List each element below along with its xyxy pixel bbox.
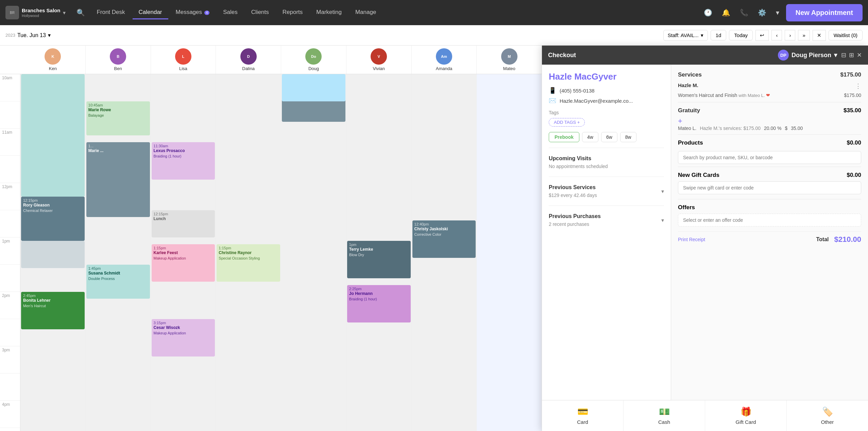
close-checkout-button[interactable]: ✕ — [857, 51, 862, 59]
total-amount: $210.00 — [834, 235, 861, 244]
nav-clients[interactable]: Clients — [245, 6, 275, 19]
gratuity-title: Gratuity — [678, 107, 700, 114]
service-options-button[interactable]: ⋮ — [855, 82, 861, 90]
time-2pm: 2pm — [0, 292, 20, 319]
appointment-bonita[interactable]: 2:45pm Bonita Lehner Men's Haircut — [21, 292, 85, 329]
appointment-jo[interactable]: 2:25pm Jo Hermann Braiding (1 hour) — [347, 285, 411, 322]
offers-input[interactable] — [678, 214, 861, 227]
staff-selector[interactable]: Staff: AVAIL... ▾ — [663, 30, 708, 41]
nav-calendar[interactable]: Calendar — [133, 6, 168, 19]
appointment-terry[interactable]: 1pm Terry Lemke Blow Dry — [347, 241, 411, 278]
new-appointment-button[interactable]: New Appointment — [786, 4, 863, 21]
date-selector[interactable]: 2023 Tue. Jun 13 ▾ — [5, 32, 51, 38]
time-1pm: 1pm — [0, 237, 20, 265]
nav-sales[interactable]: Sales — [217, 6, 244, 19]
grid-col-ken[interactable]: 12:15pm Rory Gleason Chemical Relaxer 2:… — [20, 74, 86, 431]
gratuity-detail-row: Mateo L. Hazle M.'s services: $175.00 20… — [678, 126, 861, 131]
previous-services-row[interactable]: Previous Services $129 every 42.46 days … — [549, 182, 664, 201]
previous-purchases-arrow: ▾ — [661, 217, 664, 223]
nav-messages[interactable]: Messages 4 — [170, 6, 216, 19]
phone-icon: 📱 — [549, 87, 556, 94]
pay-card-button[interactable]: 💳 Card — [542, 400, 624, 431]
appointment-marie-rowe[interactable]: 10:45am Marie Rowe Balayage — [86, 101, 150, 135]
staff-chevron-icon: ▾ — [701, 32, 703, 38]
pay-other-button[interactable]: 🏷️ Other — [787, 400, 868, 431]
appointment-christy[interactable]: 12:40pm Christy Jaskolski Corrective Col… — [412, 220, 476, 258]
skip-button[interactable]: » — [798, 30, 810, 40]
appointment-susana[interactable]: 1:45pm Susana Schmidt Double Process — [86, 265, 150, 299]
waitlist-button[interactable]: Waitlist (0) — [829, 30, 863, 40]
appointment-christine[interactable]: 1:15pm Christine Raynor Special Occasion… — [217, 244, 280, 282]
checkout-stylist-name: Doug Pierson — [792, 52, 831, 59]
service-price: $175.00 — [844, 93, 861, 98]
prebook-button[interactable]: Prebook — [549, 132, 579, 142]
prebook-8w-button[interactable]: 8w — [620, 132, 636, 142]
gratuity-dollar: $ — [785, 126, 787, 131]
service-person-name: Hazle M. — [678, 82, 698, 90]
client-email-row: ✉️ Hazle.MacGyver@example.co... — [549, 97, 664, 104]
staff-label: Staff: AVAIL... — [668, 32, 699, 38]
other-icon: 🏷️ — [822, 407, 833, 417]
gift-card-input[interactable] — [678, 181, 861, 194]
appointment-rory[interactable]: 12:15pm Rory Gleason Chemical Relaxer — [21, 197, 85, 241]
staff-col-vivian: V Vivian — [346, 46, 412, 74]
minimize-button[interactable]: ⊟ — [841, 51, 846, 59]
grid-col-vivian[interactable]: 1pm Terry Lemke Blow Dry 2:25pm Jo Herma… — [346, 74, 412, 431]
notifications-button[interactable]: 🔔 — [719, 6, 733, 19]
next-button[interactable]: › — [785, 30, 795, 40]
divider-2 — [549, 177, 664, 177]
appointment-doug-block[interactable] — [282, 74, 345, 101]
brand-chevron-icon[interactable]: ▾ — [63, 10, 66, 16]
nav-reports[interactable]: Reports — [276, 6, 309, 19]
previous-services-sub: $129 every 42.46 days — [549, 193, 597, 198]
grid-col-lisa[interactable]: 11:30am Lexus Prosacco Braiding (1 hour)… — [151, 74, 216, 431]
add-tags-button[interactable]: ADD TAGS + — [549, 118, 585, 127]
appointment-lunch[interactable]: 12:15pm Lunch — [152, 210, 215, 237]
grid-col-mateo[interactable] — [477, 74, 542, 431]
prebook-4w-button[interactable]: 4w — [582, 132, 598, 142]
appointment-ken-empty[interactable] — [21, 241, 85, 268]
gift-icon: 🎁 — [741, 407, 751, 417]
history-button[interactable]: 🕐 — [701, 6, 715, 19]
close-nav-button[interactable]: ✕ — [813, 30, 826, 41]
appointment-marie2[interactable]: 1... Marie ... — [86, 142, 150, 217]
previous-purchases-row[interactable]: Previous Purchases 2 recent purchases ▾ — [549, 211, 664, 230]
undo-button[interactable]: ↩ — [755, 30, 769, 41]
time-330 — [0, 374, 20, 401]
grid-col-doug[interactable]: 9:40am Jeff Homenick Tint Retouch + High… — [281, 74, 346, 431]
grid-col-ben[interactable]: 10:45am Marie Rowe Balayage 1... Marie .… — [86, 74, 151, 431]
print-receipt-link[interactable]: Print Receipt — [678, 237, 705, 242]
appointment-cesar[interactable]: 3:15pm Cesar Wisozk Makeup Application — [152, 319, 215, 357]
time-column: 10am 11am 12pm 1pm 2pm 3pm 4pm — [0, 74, 20, 431]
date-label: Tue. Jun 13 — [17, 32, 46, 38]
nav-front-desk[interactable]: Front Desk — [90, 6, 131, 19]
prev-button[interactable]: ‹ — [771, 30, 782, 40]
view-selector[interactable]: 1d — [711, 30, 727, 40]
grid-col-dalina[interactable]: 1:15pm Christine Raynor Special Occasion… — [216, 74, 281, 431]
expand-button[interactable]: ▾ — [773, 6, 782, 19]
settings-button[interactable]: ⚙️ — [755, 6, 769, 19]
grid-col-amanda[interactable]: 12:40pm Christy Jaskolski Corrective Col… — [412, 74, 477, 431]
prebook-6w-button[interactable]: 6w — [601, 132, 617, 142]
pay-cash-button[interactable]: 💵 Cash — [624, 400, 705, 431]
maximize-button[interactable]: ⊞ — [849, 51, 854, 59]
today-button[interactable]: Today — [729, 30, 753, 40]
products-divider — [678, 167, 861, 167]
nav-marketing[interactable]: Marketing — [310, 6, 348, 19]
appointment-lexus[interactable]: 11:30am Lexus Prosacco Braiding (1 hour) — [152, 142, 215, 180]
time-130 — [0, 265, 20, 292]
pay-gift-card-button[interactable]: 🎁 Gift Card — [705, 400, 787, 431]
appointment-karlee[interactable]: 1:15pm Karlee Feest Makeup Application — [152, 244, 215, 282]
nav-manage[interactable]: Manage — [349, 6, 382, 19]
appointment-ken-block[interactable] — [21, 74, 85, 197]
tags-section: Tags ADD TAGS + — [549, 110, 664, 127]
service-item-row[interactable]: Women's Haircut and Finish with Mateo L.… — [678, 91, 861, 99]
search-button[interactable]: 🔍 — [74, 6, 88, 19]
brand[interactable]: BR Branches Salon Hollywood ▾ — [5, 6, 66, 19]
upcoming-visits-row[interactable]: Upcoming Visits No appointments schedule… — [549, 153, 664, 172]
product-search-input[interactable] — [678, 151, 861, 164]
messages-badge: 4 — [204, 11, 210, 15]
add-gratuity-button[interactable]: + — [678, 117, 682, 126]
client-name[interactable]: Hazle MacGyver — [549, 71, 664, 82]
phone-button[interactable]: 📞 — [737, 6, 751, 19]
